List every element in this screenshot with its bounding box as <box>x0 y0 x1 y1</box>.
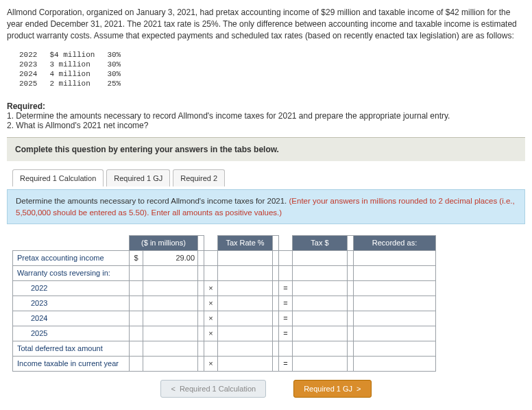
required-item-1: 1. Determine the amounts necessary to re… <box>7 111 450 121</box>
row-pretax: Pretax accounting income $ 29.00 <box>13 250 436 265</box>
input-taxcy-amt[interactable] <box>143 356 198 371</box>
input-2024-tax[interactable] <box>293 311 348 326</box>
chevron-right-icon: > <box>356 385 361 393</box>
instruction-panel: Determine the amounts necessary to recor… <box>7 189 525 224</box>
row-2023: 2023 × = <box>13 296 436 311</box>
input-2025-rec[interactable] <box>354 326 436 341</box>
input-2022-rate[interactable] <box>218 280 273 296</box>
row-2022: 2022 × = <box>13 280 436 296</box>
input-2024-amt[interactable] <box>143 311 198 326</box>
input-taxcy-rate[interactable] <box>218 356 273 371</box>
row-reversing-header: Warranty costs reversing in: <box>13 265 436 280</box>
input-2023-rate[interactable] <box>218 296 273 311</box>
row-2024: 2024 × = <box>13 311 436 326</box>
input-taxcy-rec[interactable] <box>354 356 436 371</box>
required-title: Required: <box>7 101 45 111</box>
required-section: Required: 1. Determine the amounts neces… <box>7 101 525 130</box>
input-2022-rec[interactable] <box>354 280 436 296</box>
row-total-deferred: Total deferred tax amount <box>13 341 436 356</box>
chevron-left-icon: < <box>171 385 175 393</box>
input-2024-rec[interactable] <box>354 311 436 326</box>
input-2025-amt[interactable] <box>143 326 198 341</box>
input-2022-amt[interactable] <box>143 280 198 296</box>
input-2024-rate[interactable] <box>218 311 273 326</box>
col-rate-header: Tax Rate % <box>218 235 273 250</box>
required-item-2: 2. What is Allmond's 2021 net income? <box>7 121 148 130</box>
rate-schedule-table: 2022$4 million30% 20233 million30% 20244… <box>12 49 128 89</box>
next-step-button[interactable]: Required 1 GJ > <box>293 380 371 398</box>
complete-instruction: Complete this question by entering your … <box>7 137 525 161</box>
row-taxable-current-year: Income taxable in current year × = <box>13 356 436 371</box>
tab-required-1-calculation[interactable]: Required 1 Calculation <box>12 169 104 186</box>
col-recorded-header: Recorded as: <box>354 235 436 250</box>
input-taxcy-tax[interactable] <box>293 356 348 371</box>
input-2023-amt[interactable] <box>143 296 198 311</box>
calculation-table: ($ in millions) Tax Rate % Tax $ Recorde… <box>12 235 436 372</box>
tab-required-2[interactable]: Required 2 <box>173 169 225 186</box>
input-2023-rec[interactable] <box>354 296 436 311</box>
col-tax-header: Tax $ <box>293 235 348 250</box>
input-pretax-amt[interactable]: 29.00 <box>143 250 198 265</box>
tab-required-1-gj[interactable]: Required 1 GJ <box>106 169 170 186</box>
row-2025: 2025 × = <box>13 326 436 341</box>
col-amount-header: ($ in millions) <box>130 235 198 250</box>
input-total-rec[interactable] <box>354 341 436 356</box>
input-2025-rate[interactable] <box>218 326 273 341</box>
input-2023-tax[interactable] <box>293 296 348 311</box>
tab-bar: Required 1 Calculation Required 1 GJ Req… <box>12 169 520 186</box>
prev-step-button[interactable]: < Required 1 Calculation <box>160 380 266 398</box>
input-total-tax[interactable] <box>293 341 348 356</box>
input-2022-tax[interactable] <box>293 280 348 296</box>
input-2025-tax[interactable] <box>293 326 348 341</box>
problem-intro: Allmond Corporation, organized on Januar… <box>7 7 525 41</box>
